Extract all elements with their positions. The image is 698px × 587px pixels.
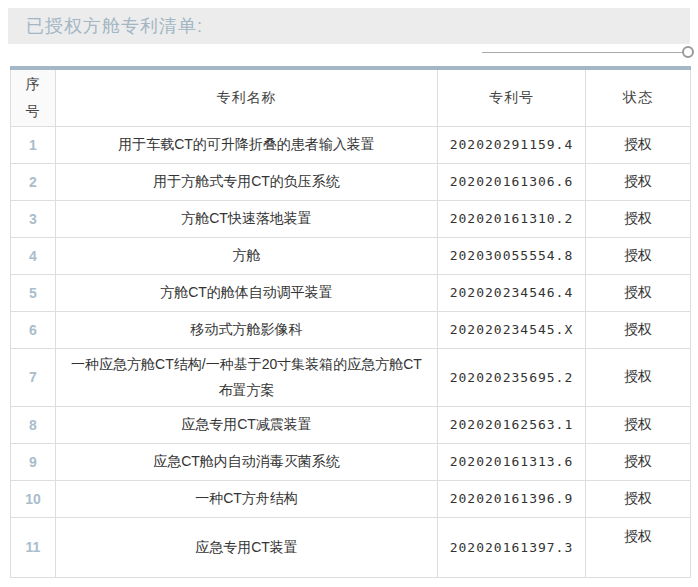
- patent-number-cell: 202020161313.6: [438, 443, 586, 480]
- header-cell-status: 状态: [586, 68, 691, 126]
- status-cell: 授权: [586, 200, 691, 237]
- header-cell-name: 专利名称: [56, 68, 438, 126]
- patent-name-cell: 应急专用CT装置: [56, 517, 438, 577]
- row-number-cell: 9: [11, 443, 56, 480]
- patent-name-cell: 应急专用CT减震装置: [56, 406, 438, 443]
- row-number-cell: 8: [11, 406, 56, 443]
- row-number-cell: 7: [11, 348, 56, 406]
- patent-number-cell: 202020291159.4: [438, 126, 586, 163]
- row-number-cell: 2: [11, 163, 56, 200]
- table-row: 2用于方舱式专用CT的负压系统202020161306.6授权: [11, 163, 691, 200]
- page-title: 已授权方舱专利清单:: [26, 14, 203, 38]
- status-cell: 授权: [586, 163, 691, 200]
- table-row: 9应急CT舱内自动消毒灭菌系统202020161313.6授权: [11, 443, 691, 480]
- patent-number-cell: 202020161396.9: [438, 480, 586, 517]
- status-cell: 授权: [586, 443, 691, 480]
- status-cell: 授权: [586, 480, 691, 517]
- row-number-cell: 11: [11, 517, 56, 577]
- table-row: 8应急专用CT减震装置202020162563.1授权: [11, 406, 691, 443]
- patent-name-cell: 一种应急方舱CT结构/一种基于20寸集装箱的应急方舱CT布置方案: [56, 348, 438, 406]
- patent-name-cell: 方舱CT的舱体自动调平装置: [56, 274, 438, 311]
- status-cell: 授权: [586, 126, 691, 163]
- table-row: 10一种CT方舟结构202020161396.9授权: [11, 480, 691, 517]
- patent-name-cell: 应急CT舱内自动消毒灭菌系统: [56, 443, 438, 480]
- section-banner: 已授权方舱专利清单:: [8, 8, 690, 44]
- patent-number-cell: 202020161397.3: [438, 517, 586, 577]
- status-cell: 授权: [586, 517, 691, 577]
- table-row: 7一种应急方舱CT结构/一种基于20寸集装箱的应急方舱CT布置方案2020202…: [11, 348, 691, 406]
- row-number-cell: 1: [11, 126, 56, 163]
- header-cell-no: 序号: [11, 68, 56, 126]
- patent-number-cell: 202020161306.6: [438, 163, 586, 200]
- table-row: 3方舱CT快速落地装置202020161310.2授权: [11, 200, 691, 237]
- patent-number-cell: 202020162563.1: [438, 406, 586, 443]
- patent-table-body: 1用于车载CT的可升降折叠的患者输入装置202020291159.4授权2用于方…: [11, 126, 691, 577]
- patent-name-cell: 方舱CT快速落地装置: [56, 200, 438, 237]
- patent-name-cell: 方舱: [56, 237, 438, 274]
- table-row: 1用于车载CT的可升降折叠的患者输入装置202020291159.4授权: [11, 126, 691, 163]
- row-number-cell: 10: [11, 480, 56, 517]
- row-number-cell: 6: [11, 311, 56, 348]
- status-cell: 授权: [586, 406, 691, 443]
- patent-table: 序号 专利名称 专利号 状态 1用于车载CT的可升降折叠的患者输入装置20202…: [10, 66, 691, 578]
- patent-number-cell: 202020161310.2: [438, 200, 586, 237]
- table-row: 11应急专用CT装置202020161397.3授权: [11, 517, 691, 577]
- row-number-cell: 5: [11, 274, 56, 311]
- header-row: 序号 专利名称 专利号 状态: [11, 68, 691, 126]
- patent-number-cell: 202030055554.8: [438, 237, 586, 274]
- row-number-cell: 3: [11, 200, 56, 237]
- status-cell: 授权: [586, 274, 691, 311]
- slider-handle-icon[interactable]: [682, 46, 694, 58]
- horizontal-slider[interactable]: [482, 46, 694, 59]
- header-cell-number: 专利号: [438, 68, 586, 126]
- row-number-cell: 4: [11, 237, 56, 274]
- patent-name-cell: 用于方舱式专用CT的负压系统: [56, 163, 438, 200]
- status-cell: 授权: [586, 311, 691, 348]
- patent-number-cell: 202020235695.2: [438, 348, 586, 406]
- patent-name-cell: 一种CT方舟结构: [56, 480, 438, 517]
- status-cell: 授权: [586, 348, 691, 406]
- patent-name-cell: 移动式方舱影像科: [56, 311, 438, 348]
- table-row: 6移动式方舱影像科202020234545.X授权: [11, 311, 691, 348]
- patent-table-header: 序号 专利名称 专利号 状态: [11, 68, 691, 126]
- table-row: 4方舱202030055554.8授权: [11, 237, 691, 274]
- patent-name-cell: 用于车载CT的可升降折叠的患者输入装置: [56, 126, 438, 163]
- patent-number-cell: 202020234546.4: [438, 274, 586, 311]
- table-row: 5方舱CT的舱体自动调平装置202020234546.4授权: [11, 274, 691, 311]
- status-cell: 授权: [586, 237, 691, 274]
- patent-number-cell: 202020234545.X: [438, 311, 586, 348]
- slider-track[interactable]: [482, 52, 683, 53]
